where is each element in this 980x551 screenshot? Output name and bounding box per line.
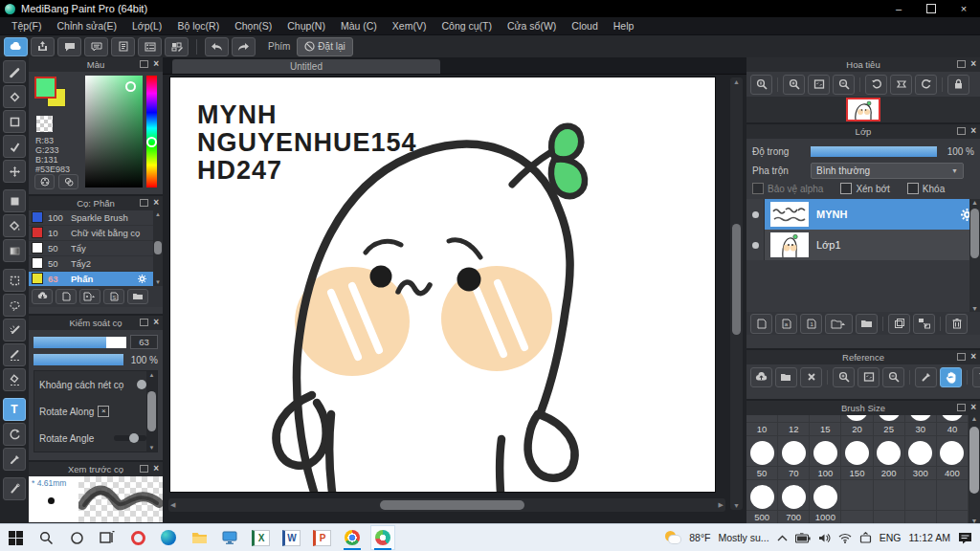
foreground-color-swatch[interactable] (34, 77, 56, 99)
zoom-out-button[interactable] (833, 75, 855, 95)
material-panel-button[interactable] (165, 37, 189, 56)
brush-size-cell[interactable] (746, 480, 778, 511)
transform-tool[interactable] (3, 423, 26, 446)
alpha-lock-checkbox-group[interactable]: Bảo vệ alpha (752, 183, 823, 194)
action-center-icon[interactable] (958, 532, 972, 544)
scroll-up-icon[interactable]: ▲ (149, 372, 155, 378)
close-icon[interactable]: × (970, 404, 976, 411)
brush-tool[interactable] (3, 60, 26, 83)
checked-checkbox[interactable]: × (98, 406, 109, 417)
brush-size-scrollbar[interactable]: ▲▼ (969, 415, 980, 524)
word-taskbar-icon[interactable]: W (278, 525, 303, 550)
brush-size-slider[interactable] (33, 337, 126, 348)
frame-tool[interactable] (3, 110, 26, 133)
scroll-down-icon[interactable]: ▼ (149, 445, 155, 451)
divide-tool[interactable] (3, 477, 26, 500)
brush-size-cell[interactable]: 150 (841, 467, 873, 480)
minimize-button[interactable]: – (882, 0, 915, 17)
reference-cloud-button[interactable] (750, 367, 772, 387)
menu-filter[interactable]: Bộ lọc(R) (169, 20, 227, 32)
list-settings-button[interactable] (138, 37, 162, 56)
brush-row[interactable]: 10Chữ viết bằng cọ (29, 226, 153, 241)
option-stroke-spacing[interactable]: Khoảng cách nét cọ (34, 371, 146, 398)
eyedropper-tool[interactable] (3, 448, 26, 471)
brush-size-cell[interactable] (874, 415, 905, 423)
duplicate-layer-button[interactable] (888, 314, 910, 334)
close-icon[interactable]: × (153, 319, 159, 326)
excel-taskbar-icon[interactable]: X (248, 525, 273, 550)
brush-row[interactable]: 100Sparkle Brush (29, 210, 153, 226)
close-icon[interactable]: × (970, 60, 976, 68)
canvas-vertical-scrollbar[interactable]: ▲ ▼ (730, 77, 743, 510)
export-button[interactable] (31, 37, 55, 56)
option-rotate-angle[interactable]: Rotate Angle (34, 425, 146, 452)
scroll-down-icon[interactable]: ▼ (969, 305, 980, 312)
rotate-ccw-button[interactable] (865, 75, 887, 95)
brush-size-cell[interactable]: 300 (905, 467, 937, 480)
scroll-thumb[interactable] (732, 224, 741, 335)
popout-icon[interactable] (140, 319, 148, 326)
brush-size-cell[interactable]: 50 (746, 467, 778, 480)
task-view-button[interactable] (95, 525, 120, 550)
rotate-cw-button[interactable] (915, 75, 937, 95)
brush-size-cell[interactable] (905, 415, 937, 423)
brush-size-cell[interactable]: 400 (937, 467, 969, 480)
gradient-tool[interactable] (3, 239, 26, 262)
brush-size-cell[interactable] (778, 480, 810, 511)
brush-size-cell[interactable] (841, 415, 873, 423)
brush-size-cell[interactable]: 200 (874, 467, 905, 480)
brush-size-cell[interactable] (937, 415, 969, 423)
scroll-up-icon[interactable]: ▲ (730, 78, 743, 85)
scroll-thumb[interactable] (380, 500, 524, 510)
menu-color[interactable]: Màu (C) (333, 20, 385, 32)
reference-rotate-button[interactable] (972, 367, 980, 387)
scroll-up-icon[interactable]: ▲ (969, 199, 980, 206)
brush-size-cell[interactable]: 100 (810, 467, 841, 480)
layer-visibility-toggle[interactable] (746, 199, 765, 230)
lock-checkbox-group[interactable]: Khóa (907, 183, 945, 194)
scroll-up-icon[interactable]: ▲ (969, 415, 980, 422)
menu-file[interactable]: Tệp(F) (4, 20, 50, 32)
select-eraser-tool[interactable] (3, 368, 26, 391)
layer-opacity-slider[interactable] (811, 146, 937, 157)
layer-list-scrollbar[interactable]: ▲▼ (969, 199, 980, 312)
medibang-taskbar-icon[interactable] (370, 525, 395, 550)
menu-edit[interactable]: Chỉnh sửa(E) (50, 20, 124, 32)
close-icon[interactable]: × (153, 60, 159, 68)
brush-cloud-download-button[interactable] (32, 289, 53, 304)
menu-layer[interactable]: Lớp(L) (124, 20, 169, 32)
scroll-down-icon[interactable]: ▼ (730, 502, 743, 509)
zoom-in-button[interactable] (783, 75, 805, 95)
close-button[interactable]: × (947, 0, 980, 17)
brush-size-cell[interactable] (905, 436, 937, 467)
slider-knob[interactable] (137, 380, 146, 389)
brush-opacity-slider[interactable] (33, 354, 123, 365)
reset-rotation-button[interactable] (890, 75, 912, 95)
scroll-thumb[interactable] (969, 427, 979, 494)
option-rotate-along[interactable]: Rotate Along× (34, 398, 146, 425)
brush-list-scrollbar[interactable]: ▲▼ (153, 210, 163, 286)
brush-size-cell[interactable] (937, 436, 969, 467)
popout-icon[interactable] (140, 465, 148, 473)
text-tool[interactable]: T (3, 398, 26, 421)
weather-description[interactable]: Mostly su... (719, 532, 769, 543)
reference-hand-button[interactable] (940, 367, 962, 387)
document-button[interactable] (111, 37, 135, 56)
popout-icon[interactable] (140, 199, 148, 207)
layer-folder-button[interactable] (856, 314, 878, 334)
bucket-tool[interactable] (3, 214, 26, 237)
fit-screen-button[interactable] (808, 75, 830, 95)
hue-slider[interactable] (146, 76, 157, 187)
brush-size-cell[interactable]: 20 (841, 423, 873, 436)
popout-icon[interactable] (957, 353, 966, 361)
reference-open-button[interactable] (775, 367, 797, 387)
new-1bit-layer-button[interactable]: 1 (800, 314, 822, 334)
clock[interactable]: 11:12 AM (908, 532, 950, 543)
menu-help[interactable]: Help (606, 20, 642, 32)
clipping-checkbox-group[interactable]: Xén bớt (840, 183, 889, 194)
new-layer-button[interactable] (750, 314, 772, 334)
select-tool[interactable] (3, 269, 26, 292)
brush-size-cell[interactable]: 500 (746, 511, 778, 524)
reference-zoom-out-button[interactable] (882, 367, 904, 387)
select-pen-tool[interactable] (3, 343, 26, 366)
